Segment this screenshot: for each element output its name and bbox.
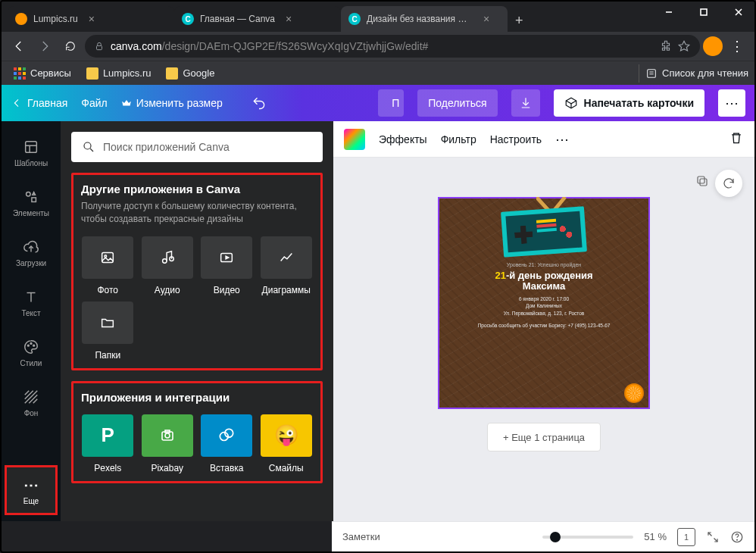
url-field[interactable]: canva.com/design/DAEm-QJGP2E/fS26SWcyXqI…: [85, 35, 700, 58]
sidenav-uploads[interactable]: Загрузки: [2, 227, 61, 277]
svg-line-23: [25, 390, 33, 398]
background-icon: [22, 388, 40, 406]
canva-topbar: Главная Файл Изменить размер П Поделитьс…: [2, 85, 754, 121]
delete-button[interactable]: [729, 130, 744, 148]
url-domain: canva.com: [111, 40, 162, 52]
text-icon: [22, 288, 40, 306]
adjust-button[interactable]: Настроить: [490, 133, 542, 145]
svg-line-47: [714, 538, 718, 542]
bookmark-item[interactable]: Lumpics.ru: [80, 64, 158, 83]
undo-icon[interactable]: [251, 95, 267, 111]
tab-title: Lumpics.ru: [33, 14, 78, 24]
svg-rect-41: [700, 179, 707, 186]
chrome-menu-button[interactable]: ⋮: [726, 35, 748, 58]
paywall-button[interactable]: П: [378, 89, 404, 117]
app-photo[interactable]: Фото: [81, 236, 135, 295]
sidenav-more[interactable]: ⋯ Еще: [5, 465, 58, 515]
zoom-slider[interactable]: [542, 536, 633, 539]
reload-button[interactable]: [59, 35, 82, 58]
app-embed[interactable]: Вставка: [200, 414, 254, 473]
tab-title: Главная — Canva: [200, 14, 275, 24]
orange-badge-icon: [624, 383, 644, 403]
apps-button[interactable]: Сервисы: [8, 64, 77, 83]
browser-tab[interactable]: C Главная — Canva ×: [174, 6, 341, 32]
close-tab-icon[interactable]: ×: [89, 13, 95, 25]
resize-button[interactable]: Изменить размер: [121, 97, 223, 109]
sidenav-styles[interactable]: Стили: [2, 327, 61, 377]
new-tab-button[interactable]: +: [508, 9, 531, 32]
notes-button[interactable]: Заметки: [342, 531, 380, 542]
fullscreen-icon[interactable]: [706, 530, 720, 544]
app-charts[interactable]: Диаграммы: [260, 236, 314, 295]
design-info: 6 января 2020 г. 17:00 Дом Калининых Ул.…: [478, 295, 611, 330]
svg-point-31: [162, 258, 167, 263]
canvas-viewport[interactable]: Уровень 21: Успешно пройден 21-й день ро…: [333, 158, 754, 521]
page-count-button[interactable]: 1: [677, 528, 695, 546]
svg-marker-40: [227, 436, 230, 439]
download-button[interactable]: [511, 89, 540, 117]
svg-rect-4: [97, 45, 102, 49]
svg-line-22: [25, 390, 30, 395]
add-page-bar[interactable]: + Еще 1 страница: [487, 423, 601, 451]
extensions-icon[interactable]: [659, 39, 673, 53]
sidenav-templates[interactable]: Шаблоны: [2, 127, 61, 177]
forward-button[interactable]: [33, 35, 56, 58]
share-button[interactable]: Поделиться: [417, 89, 497, 117]
close-tab-icon[interactable]: ×: [483, 13, 489, 25]
reading-list-button[interactable]: Список для чтения: [662, 67, 748, 79]
redo-icon: [722, 177, 736, 190]
app-folders[interactable]: Папки: [81, 301, 135, 361]
star-icon[interactable]: [677, 39, 691, 53]
help-icon[interactable]: [730, 530, 744, 544]
print-button[interactable]: Напечатать карточки: [554, 89, 704, 117]
profile-avatar[interactable]: [703, 36, 723, 56]
svg-point-19: [27, 345, 29, 346]
design-canvas[interactable]: Уровень 21: Успешно пройден 21-й день ро…: [439, 198, 648, 408]
browser-tab-active[interactable]: C Дизайн без названия — Пригл ×: [341, 6, 508, 32]
color-picker-button[interactable]: [344, 129, 365, 150]
duplicate-page-button[interactable]: [691, 170, 714, 192]
svg-line-28: [90, 148, 93, 152]
sidenav-text[interactable]: Текст: [2, 277, 61, 327]
app-audio[interactable]: Аудио: [141, 236, 195, 295]
redo-fab[interactable]: [715, 170, 742, 197]
apps-search-input[interactable]: Поиск приложений Canva: [71, 132, 323, 162]
file-menu[interactable]: Файл: [81, 97, 107, 109]
app-pexels[interactable]: P Pexels: [81, 414, 135, 473]
bookmark-item[interactable]: Google: [160, 64, 220, 83]
back-button[interactable]: [8, 35, 30, 58]
maximize-button[interactable]: [686, 0, 721, 24]
sidenav-elements[interactable]: Элементы: [2, 177, 61, 227]
zoom-value[interactable]: 51 %: [644, 531, 667, 542]
effects-button[interactable]: Эффекты: [379, 133, 427, 145]
close-window-button[interactable]: [721, 0, 756, 24]
more-toolbar-button[interactable]: ⋯: [555, 131, 569, 148]
app-emoji[interactable]: 😜 Смайлы: [260, 414, 314, 473]
svg-rect-29: [102, 252, 114, 262]
home-link[interactable]: Главная: [11, 97, 67, 109]
level-text: Уровень 21: Успешно пройден: [507, 262, 581, 267]
more-apps-section: Другие приложения в Canva Получите досту…: [71, 173, 323, 370]
minimize-button[interactable]: [651, 0, 686, 24]
svg-point-14: [27, 192, 31, 196]
design-title: 21-й день рожденияМаксима: [495, 270, 592, 292]
bookmark-label: Google: [183, 67, 214, 79]
sidenav-background[interactable]: Фон: [2, 377, 61, 427]
app-video[interactable]: Видео: [200, 236, 254, 295]
zoom-thumb[interactable]: [550, 532, 561, 542]
folder-icon: [86, 67, 98, 80]
bookmark-label: Сервисы: [30, 67, 71, 79]
lock-icon: [94, 41, 105, 52]
section-title: Другие приложения в Canva: [81, 183, 313, 195]
filter-button[interactable]: Фильтр: [441, 133, 476, 145]
app-pixabay[interactable]: Pixabay: [141, 414, 195, 473]
close-tab-icon[interactable]: ×: [286, 13, 292, 25]
browser-tab[interactable]: Lumpics.ru ×: [8, 6, 174, 32]
more-actions-button[interactable]: ⋯: [718, 89, 745, 117]
bookmark-label: Lumpics.ru: [103, 67, 152, 79]
palette-icon: [22, 338, 40, 356]
pexels-icon: P: [82, 414, 133, 457]
svg-line-26: [33, 398, 38, 403]
design-selection[interactable]: Уровень 21: Успешно пройден 21-й день ро…: [438, 197, 650, 409]
svg-marker-34: [226, 256, 229, 259]
